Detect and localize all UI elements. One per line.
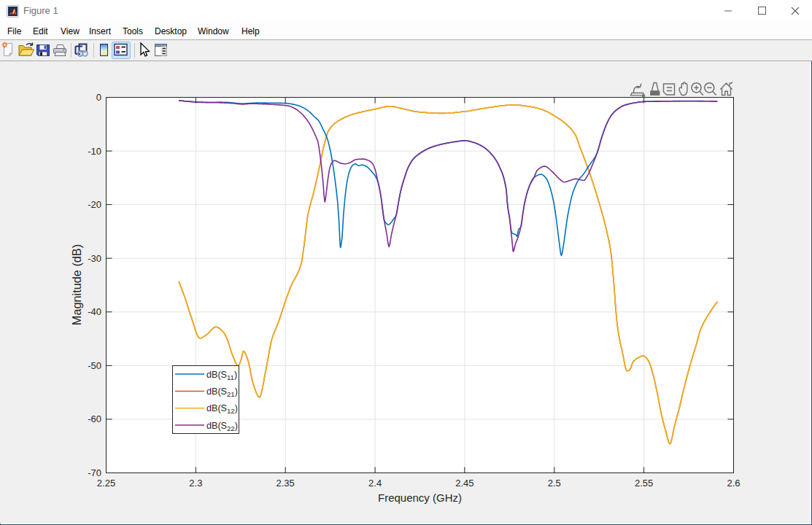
svg-text:2.55: 2.55 [635,478,653,489]
svg-text:-10: -10 [88,146,101,157]
svg-text:2.3: 2.3 [189,478,202,489]
svg-text:-50: -50 [88,360,101,371]
svg-text:-40: -40 [88,306,101,317]
svg-text:0: 0 [96,92,101,103]
svg-text:2.6: 2.6 [727,478,740,489]
svg-text:-30: -30 [88,253,101,264]
svg-text:-60: -60 [88,413,101,424]
svg-text:-70: -70 [88,467,101,478]
svg-text:2.5: 2.5 [548,478,561,489]
svg-text:2.45: 2.45 [455,478,473,489]
svg-text:2.25: 2.25 [97,478,115,489]
svg-text:Frequency (GHz): Frequency (GHz) [378,491,462,504]
svg-text:2.4: 2.4 [368,478,382,489]
svg-text:2.35: 2.35 [277,478,295,489]
svg-text:-20: -20 [88,199,101,210]
svg-text:Magnitude (dB): Magnitude (dB) [70,244,83,325]
